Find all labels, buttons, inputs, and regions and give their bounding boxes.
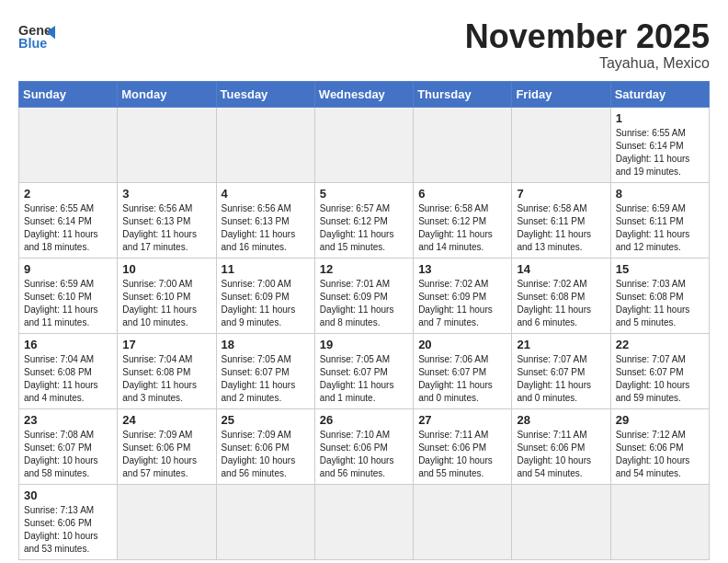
calendar-day-cell: 4Sunrise: 6:56 AM Sunset: 6:13 PM Daylig…	[216, 182, 314, 258]
calendar-week-row: 1Sunrise: 6:55 AM Sunset: 6:14 PM Daylig…	[19, 107, 710, 182]
weekday-header-thursday: Thursday	[414, 81, 512, 107]
calendar-day-cell: 22Sunrise: 7:07 AM Sunset: 6:07 PM Dayli…	[610, 333, 709, 408]
day-info: Sunrise: 7:11 AM Sunset: 6:06 PM Dayligh…	[418, 429, 506, 480]
calendar-day-cell: 7Sunrise: 6:58 AM Sunset: 6:11 PM Daylig…	[512, 182, 610, 258]
day-number: 28	[517, 413, 605, 427]
calendar-day-cell: 8Sunrise: 6:59 AM Sunset: 6:11 PM Daylig…	[610, 182, 709, 258]
day-info: Sunrise: 7:01 AM Sunset: 6:09 PM Dayligh…	[320, 278, 408, 329]
day-number: 3	[122, 187, 210, 201]
day-info: Sunrise: 6:59 AM Sunset: 6:10 PM Dayligh…	[24, 278, 112, 329]
calendar-day-cell: 19Sunrise: 7:05 AM Sunset: 6:07 PM Dayli…	[314, 333, 413, 408]
calendar-day-cell: 16Sunrise: 7:04 AM Sunset: 6:08 PM Dayli…	[19, 333, 118, 408]
calendar-day-cell: 17Sunrise: 7:04 AM Sunset: 6:08 PM Dayli…	[118, 333, 216, 408]
calendar-day-cell	[414, 107, 512, 182]
day-info: Sunrise: 6:55 AM Sunset: 6:14 PM Dayligh…	[24, 202, 112, 254]
calendar-day-cell	[118, 107, 216, 182]
day-info: Sunrise: 7:02 AM Sunset: 6:09 PM Dayligh…	[418, 278, 506, 329]
day-number: 14	[517, 262, 605, 276]
day-info: Sunrise: 6:57 AM Sunset: 6:12 PM Dayligh…	[320, 202, 408, 254]
day-info: Sunrise: 7:06 AM Sunset: 6:07 PM Dayligh…	[418, 353, 506, 405]
calendar-day-cell: 9Sunrise: 6:59 AM Sunset: 6:10 PM Daylig…	[19, 258, 118, 333]
day-number: 7	[517, 187, 605, 201]
calendar-day-cell: 15Sunrise: 7:03 AM Sunset: 6:08 PM Dayli…	[610, 258, 709, 333]
calendar-day-cell	[19, 107, 118, 182]
day-number: 11	[222, 262, 310, 276]
day-info: Sunrise: 7:07 AM Sunset: 6:07 PM Dayligh…	[616, 353, 704, 405]
svg-text:Blue: Blue	[18, 36, 47, 51]
day-info: Sunrise: 6:58 AM Sunset: 6:11 PM Dayligh…	[517, 202, 605, 254]
day-info: Sunrise: 6:56 AM Sunset: 6:13 PM Dayligh…	[222, 202, 310, 254]
day-info: Sunrise: 7:05 AM Sunset: 6:07 PM Dayligh…	[222, 353, 310, 405]
calendar-week-row: 16Sunrise: 7:04 AM Sunset: 6:08 PM Dayli…	[19, 333, 710, 408]
day-info: Sunrise: 7:04 AM Sunset: 6:08 PM Dayligh…	[122, 353, 210, 405]
logo: General Blue	[18, 18, 55, 55]
calendar-day-cell: 10Sunrise: 7:00 AM Sunset: 6:10 PM Dayli…	[118, 258, 216, 333]
day-number: 2	[24, 187, 112, 201]
calendar-day-cell: 27Sunrise: 7:11 AM Sunset: 6:06 PM Dayli…	[414, 408, 512, 484]
day-number: 19	[320, 338, 408, 351]
day-number: 24	[122, 413, 210, 427]
month-year-title: November 2025	[465, 18, 710, 55]
calendar-day-cell: 25Sunrise: 7:09 AM Sunset: 6:06 PM Dayli…	[216, 408, 314, 484]
day-number: 30	[24, 488, 112, 502]
day-number: 26	[320, 413, 408, 427]
calendar-day-cell	[314, 484, 413, 559]
day-number: 20	[418, 338, 506, 351]
weekday-header-monday: Monday	[118, 81, 216, 107]
day-number: 6	[418, 187, 506, 201]
calendar-day-cell: 18Sunrise: 7:05 AM Sunset: 6:07 PM Dayli…	[216, 333, 314, 408]
day-number: 8	[616, 187, 704, 201]
day-info: Sunrise: 7:11 AM Sunset: 6:06 PM Dayligh…	[517, 429, 605, 480]
day-number: 9	[24, 262, 112, 276]
calendar-day-cell	[512, 107, 610, 182]
day-info: Sunrise: 7:09 AM Sunset: 6:06 PM Dayligh…	[222, 429, 310, 480]
calendar-day-cell: 24Sunrise: 7:09 AM Sunset: 6:06 PM Dayli…	[118, 408, 216, 484]
day-info: Sunrise: 7:09 AM Sunset: 6:06 PM Dayligh…	[122, 429, 210, 480]
day-info: Sunrise: 6:55 AM Sunset: 6:14 PM Dayligh…	[616, 127, 704, 178]
day-number: 18	[222, 338, 310, 351]
calendar-day-cell: 1Sunrise: 6:55 AM Sunset: 6:14 PM Daylig…	[610, 107, 709, 182]
day-number: 10	[122, 262, 210, 276]
calendar-week-row: 2Sunrise: 6:55 AM Sunset: 6:14 PM Daylig…	[19, 182, 710, 258]
day-info: Sunrise: 7:12 AM Sunset: 6:06 PM Dayligh…	[616, 429, 704, 480]
day-number: 15	[616, 262, 704, 276]
day-number: 4	[222, 187, 310, 201]
day-number: 29	[616, 413, 704, 427]
weekday-header-sunday: Sunday	[19, 81, 118, 107]
day-info: Sunrise: 7:05 AM Sunset: 6:07 PM Dayligh…	[320, 353, 408, 405]
calendar-day-cell: 13Sunrise: 7:02 AM Sunset: 6:09 PM Dayli…	[414, 258, 512, 333]
calendar-day-cell: 11Sunrise: 7:00 AM Sunset: 6:09 PM Dayli…	[216, 258, 314, 333]
day-number: 1	[616, 111, 704, 125]
calendar-day-cell: 29Sunrise: 7:12 AM Sunset: 6:06 PM Dayli…	[610, 408, 709, 484]
calendar-day-cell: 6Sunrise: 6:58 AM Sunset: 6:12 PM Daylig…	[414, 182, 512, 258]
calendar-day-cell: 28Sunrise: 7:11 AM Sunset: 6:06 PM Dayli…	[512, 408, 610, 484]
location-subtitle: Tayahua, Mexico	[465, 55, 710, 72]
generalblue-logo-icon: General Blue	[18, 18, 55, 55]
calendar-day-cell	[610, 484, 709, 559]
day-info: Sunrise: 6:56 AM Sunset: 6:13 PM Dayligh…	[122, 202, 210, 254]
calendar-day-cell	[414, 484, 512, 559]
calendar-table: SundayMondayTuesdayWednesdayThursdayFrid…	[18, 81, 710, 560]
day-number: 22	[616, 338, 704, 351]
weekday-header-saturday: Saturday	[610, 81, 709, 107]
day-info: Sunrise: 7:10 AM Sunset: 6:06 PM Dayligh…	[320, 429, 408, 480]
calendar-day-cell: 20Sunrise: 7:06 AM Sunset: 6:07 PM Dayli…	[414, 333, 512, 408]
day-number: 12	[320, 262, 408, 276]
calendar-day-cell: 26Sunrise: 7:10 AM Sunset: 6:06 PM Dayli…	[314, 408, 413, 484]
calendar-day-cell: 12Sunrise: 7:01 AM Sunset: 6:09 PM Dayli…	[314, 258, 413, 333]
day-number: 25	[222, 413, 310, 427]
day-number: 21	[517, 338, 605, 351]
weekday-header-tuesday: Tuesday	[216, 81, 314, 107]
day-number: 13	[418, 262, 506, 276]
calendar-day-cell: 3Sunrise: 6:56 AM Sunset: 6:13 PM Daylig…	[118, 182, 216, 258]
calendar-day-cell: 14Sunrise: 7:02 AM Sunset: 6:08 PM Dayli…	[512, 258, 610, 333]
calendar-day-cell	[216, 107, 314, 182]
calendar-day-cell	[216, 484, 314, 559]
calendar-day-cell: 2Sunrise: 6:55 AM Sunset: 6:14 PM Daylig…	[19, 182, 118, 258]
day-info: Sunrise: 7:07 AM Sunset: 6:07 PM Dayligh…	[517, 353, 605, 405]
calendar-day-cell	[512, 484, 610, 559]
calendar-day-cell: 21Sunrise: 7:07 AM Sunset: 6:07 PM Dayli…	[512, 333, 610, 408]
calendar-day-cell: 5Sunrise: 6:57 AM Sunset: 6:12 PM Daylig…	[314, 182, 413, 258]
day-number: 5	[320, 187, 408, 201]
page-header: General Blue November 2025 Tayahua, Mexi…	[18, 18, 710, 72]
